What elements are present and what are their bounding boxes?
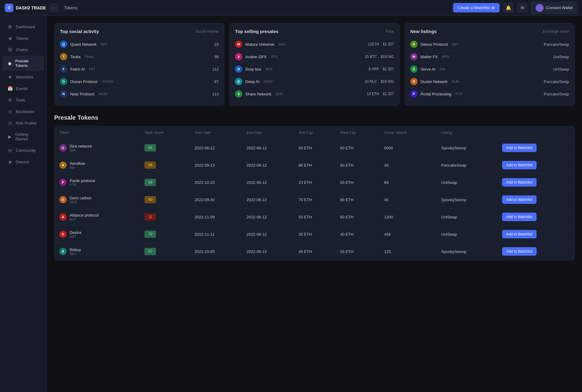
add-watchlist-button[interactable]: Add to Watchlist <box>502 230 537 238</box>
page-title: Tokens <box>64 5 78 10</box>
sidebar-item-community[interactable]: ◎ Community <box>2 145 44 156</box>
mail-button[interactable]: ✉ <box>517 3 527 13</box>
add-watchlist-button[interactable]: Add to Watchlist <box>502 161 537 169</box>
list-item: D Drop box BOX 8 XRP $1 327 <box>235 63 394 75</box>
action-cell[interactable]: Add to Watchlist <box>497 174 574 191</box>
sidebar-item-risk-profiler[interactable]: ◷ Risk Profiler <box>2 118 44 128</box>
listing-cell: UniSwap <box>436 174 497 191</box>
backtester-icon: ◷ <box>7 109 13 114</box>
start-date-cell: 2022-10-05 <box>190 243 242 260</box>
sidebar-label: Discord <box>16 160 29 164</box>
action-cell[interactable]: Add to Watchlist <box>497 191 574 208</box>
list-item: T Tsuka Tsuka 98 <box>60 51 219 63</box>
token-symbol: DST <box>70 235 81 238</box>
action-cell[interactable]: Add to Watchlist <box>497 226 574 243</box>
table-column-header: End Date <box>242 126 294 139</box>
price-eth: 15 BTC <box>365 55 377 59</box>
social-volume: 87 <box>214 79 219 84</box>
table-row: G Gero carbon GER 50 2022-09-30 2022-06-… <box>55 191 574 208</box>
token-icon: R <box>59 248 67 255</box>
add-watchlist-button[interactable]: Add to Watchlist <box>502 178 537 187</box>
token-symbol: PTR <box>70 183 95 187</box>
table-row: R Rebuy RBY 67 2022-10-05 2022-06-12 45 … <box>55 243 574 260</box>
dash-score-cell: 45 <box>140 157 190 174</box>
token-symbol: MFX <box>442 55 449 58</box>
new-listings-title: New listings <box>410 29 437 34</box>
token-name: Matura Universe <box>245 42 274 47</box>
token-icon: D <box>410 78 418 85</box>
social-volume-cell: 89 <box>379 174 436 191</box>
token-cell: P Pantir protocol PTR <box>55 174 140 191</box>
action-cell[interactable]: Add to Watchlist <box>497 157 574 174</box>
token-name: Near Protocol <box>70 92 94 96</box>
token-symbol: Tsuka <box>85 55 94 58</box>
chains-icon: ⛓ <box>7 47 13 52</box>
notification-button[interactable]: 🔔 <box>503 3 514 13</box>
add-watchlist-button[interactable]: Add to Watchlist <box>502 144 537 152</box>
add-watchlist-button[interactable]: Add to Watchlist <box>502 195 537 204</box>
watchlist-icon: ⊕ <box>491 5 495 10</box>
hard-cap-cell: 60 ETH <box>335 208 379 226</box>
tokens-icon: ◈ <box>7 36 13 41</box>
start-date-cell: 2022-11-11 <box>190 226 242 243</box>
section-title: Presale Tokens <box>54 114 575 121</box>
list-item: O Ocean Protocol OCEAN 87 <box>60 75 219 88</box>
add-watchlist-button[interactable]: Add to Watchlist <box>502 213 537 221</box>
token-name: Avalon GFX <box>245 55 266 59</box>
table-column-header: Hard Cap <box>335 126 379 139</box>
end-date-cell: 2022-06-12 <box>242 157 294 174</box>
sidebar-item-tools[interactable]: ⚙ Tools <box>2 95 44 105</box>
sidebar-item-watchlists[interactable]: ★ Watchlists <box>2 71 44 82</box>
token-symbol: SAI <box>440 67 445 71</box>
action-cell[interactable]: Add to Watchlist <box>497 139 574 157</box>
card-header: Top selling presales Price <box>235 29 394 34</box>
token-cell: A Aeroflow Aer <box>55 157 140 174</box>
tools-icon: ⚙ <box>7 98 13 102</box>
end-date-cell: 2022-06-12 <box>242 243 294 260</box>
watchlists-icon: ★ <box>7 75 13 79</box>
price-eth: 10 NLC <box>365 79 377 84</box>
dash-score-cell: 50 <box>140 191 190 208</box>
top-social-title: Top social activity <box>60 29 99 34</box>
token-symbol: SHR <box>276 92 283 96</box>
connect-wallet-label: Connect Wallet <box>546 5 573 10</box>
sidebar-item-getting-started[interactable]: ▶ Getting Started <box>2 129 44 144</box>
soft-cap-cell: 23 ETH <box>294 174 335 191</box>
add-watchlist-button[interactable]: Add to Watchlist <box>502 247 537 256</box>
top-presales-subtitle: Price <box>385 29 394 34</box>
action-cell[interactable]: Add to Watchlist <box>497 243 574 260</box>
sidebar-label: Chains <box>16 48 28 52</box>
dash-score: 90 <box>144 144 156 151</box>
end-date-cell: 2022-06-12 <box>242 139 294 157</box>
token-icon: M <box>235 41 242 48</box>
back-button[interactable]: ← <box>50 4 58 12</box>
sidebar-label: Dashboard <box>16 25 35 29</box>
listing-cell: SpookySwoop <box>436 243 497 260</box>
dash-score: 99 <box>144 179 156 186</box>
token-icon: P <box>410 90 418 98</box>
connect-wallet-button[interactable]: Connect Wallet <box>531 2 577 14</box>
action-cell[interactable]: Add to Watchlist <box>497 208 574 226</box>
sidebar-item-discord[interactable]: ◈ Discord <box>2 156 44 167</box>
sidebar-item-chains[interactable]: ⛓ Chains <box>2 44 44 55</box>
sidebar-item-presale-tokens[interactable]: ◉ Presale Tokens <box>2 56 44 71</box>
sidebar-label: Tools <box>16 98 25 102</box>
price-eth: 8 XRP <box>369 67 379 71</box>
sidebar-item-backtester[interactable]: ◷ Backtester <box>2 106 44 117</box>
avatar <box>536 4 544 12</box>
dash-score: 50 <box>144 196 156 203</box>
list-item: D Duster Network DUN PancakeSwap <box>410 75 569 88</box>
token-symbol: DET <box>452 42 459 46</box>
sidebar-item-tokens[interactable]: ◈ Tokens <box>2 33 44 44</box>
app-logo[interactable]: D DASH2 TRADE <box>5 4 46 12</box>
sidebar-item-dashboard[interactable]: ⊞ Dashboard <box>2 21 44 32</box>
price-usd: $1 327 <box>383 92 394 96</box>
sidebar-item-events[interactable]: 📅 Events <box>2 83 44 94</box>
social-volume: 112 <box>212 67 219 71</box>
presale-tokens-table-wrapper: TokenDash ScoreStart DateEnd DateSoft Ca… <box>54 126 575 260</box>
dash-score-cell: 99 <box>140 174 190 191</box>
list-item: A Avalon GFX GFX 15 BTC $19 041 <box>235 51 394 63</box>
create-watchlist-button[interactable]: Create a Watchlist ⊕ <box>453 3 500 12</box>
dash-score-cell: 78 <box>140 226 190 243</box>
table-row: G Gira network GIR 90 2022-06-12 2022-06… <box>55 139 574 157</box>
